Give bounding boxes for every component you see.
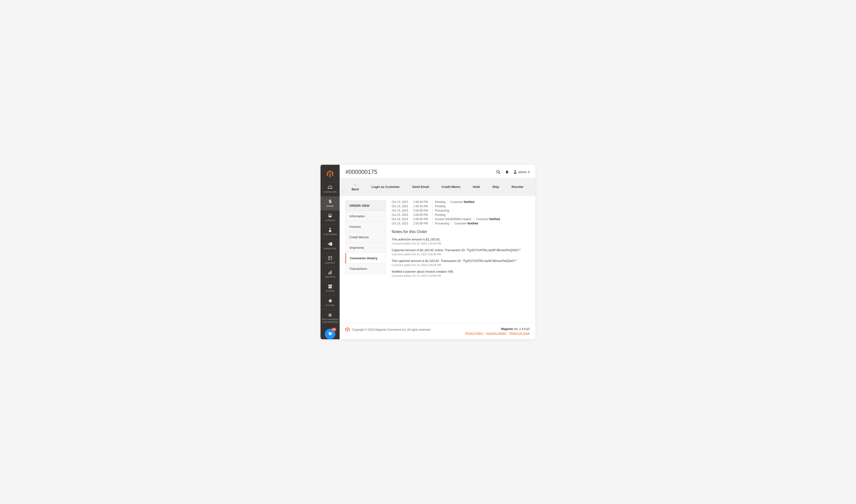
tab-invoices[interactable]: Invoices — [345, 221, 386, 232]
help-badge: 66 — [332, 328, 336, 331]
graduation-cap-icon — [328, 331, 333, 337]
gear-icon — [321, 298, 339, 303]
ship-button[interactable]: Ship — [492, 185, 499, 189]
tab-transactions[interactable]: Transactions — [345, 264, 386, 274]
note-item: Notified customer about invoice creation… — [392, 270, 530, 277]
credit-memo-button[interactable]: Credit Memo — [442, 185, 461, 189]
history-date: Oct 23, 2023 — [392, 217, 411, 221]
history-time: 2:00:05 PM — [413, 209, 430, 212]
note-item: The authorize amount is $2,163.92.Commen… — [392, 237, 530, 245]
sidebar-item-sales[interactable]: SALES — [321, 196, 340, 210]
history-status: Invoice #000000056 created — [435, 217, 471, 221]
note-item: Captured amount of $2,163.92 online. Tra… — [392, 248, 530, 256]
main-content: #000000175 admin ▾ ← Back Login — [340, 165, 535, 339]
app-window: DASHBOARD SALES CATALOG CUSTOMERS MARKET — [321, 165, 535, 339]
back-button[interactable]: ← Back — [352, 183, 359, 192]
sidebar-label: CUSTOMERS — [323, 233, 337, 236]
history-row: Oct 23, 20232:00:05 PMPending — [392, 213, 530, 217]
arrow-left-icon: ← — [352, 183, 359, 187]
login-as-customer-button[interactable]: Login as Customer — [372, 185, 400, 189]
send-email-button[interactable]: Send Email — [412, 185, 429, 189]
content: ORDER VIEW Information Invoices Credit M… — [340, 196, 535, 323]
user-menu[interactable]: admin ▾ — [514, 170, 530, 174]
tab-comments-history[interactable]: Comments History — [345, 253, 386, 264]
sidebar-label: CATALOG — [325, 219, 335, 221]
sidebar-item-marketing[interactable]: MARKETING — [321, 239, 340, 253]
svg-line-7 — [499, 173, 500, 174]
history-notified: Customer Notified — [476, 217, 500, 221]
sidebar-label: REPORTS — [325, 276, 335, 278]
history-row: Oct 23, 20232:00:05 PMProcessing — [392, 209, 530, 212]
note-text: The captured amount is $2,163.92. Transa… — [392, 259, 530, 263]
reorder-button[interactable]: Reorder — [512, 185, 523, 189]
sidebar-item-reports[interactable]: REPORTS — [321, 267, 340, 281]
customers-icon — [321, 227, 339, 232]
note-text: Captured amount of $2,163.92 online. Tra… — [392, 248, 530, 252]
note-text: The authorize amount is $2,163.92. — [392, 237, 530, 241]
history-date: Oct 23, 2023 — [392, 204, 411, 208]
sidebar-item-dashboard[interactable]: DASHBOARD — [321, 182, 340, 196]
history-status: Processing — [435, 209, 449, 212]
footer-links: Privacy Policy | Account Activity | Repo… — [465, 331, 530, 335]
help-button[interactable]: 66 — [325, 329, 335, 339]
hold-button[interactable]: Hold — [473, 185, 480, 189]
sidebar-item-content[interactable]: CONTENT — [321, 253, 340, 267]
sidebar-label: SYSTEM — [325, 304, 334, 307]
magento-logo-icon — [327, 167, 333, 182]
tab-shipments[interactable]: Shipments — [345, 242, 386, 253]
footer-left: Copyright © 2023 Magento Commerce Inc. A… — [345, 327, 431, 332]
tab-credit-memos[interactable]: Credit Memos — [345, 232, 386, 242]
history-date: Oct 23, 2023 — [392, 213, 411, 217]
note-meta: Comment added Oct 23, 2023 2:00:05 PM — [392, 253, 530, 256]
account-activity-link[interactable]: Account Activity — [486, 331, 506, 335]
header: #000000175 admin ▾ — [340, 165, 535, 178]
reports-icon — [321, 270, 339, 275]
partners-icon — [321, 312, 339, 318]
history-row: Oct 23, 20231:50:43 PMPending — [392, 204, 530, 208]
history-date: Oct 23, 2023 — [392, 222, 411, 225]
header-actions: admin ▾ — [496, 170, 530, 174]
sidebar-label: STORES — [326, 290, 335, 292]
sidebar: DASHBOARD SALES CATALOG CUSTOMERS MARKET — [321, 165, 340, 339]
note-text: Notified customer about invoice creation… — [392, 270, 530, 273]
sidebar-item-customers[interactable]: CUSTOMERS — [321, 224, 340, 238]
svg-rect-4 — [329, 271, 330, 274]
svg-point-6 — [497, 170, 499, 173]
sidebar-item-catalog[interactable]: CATALOG — [321, 210, 340, 224]
search-icon[interactable] — [496, 170, 501, 174]
tab-information[interactable]: Information — [345, 211, 386, 221]
sidebar-label: FIND PARTNERS & EXTENSIONS — [321, 318, 339, 323]
history-row: Oct 23, 20232:00:05 PMInvoice #000000056… — [392, 217, 530, 221]
footer: Copyright © 2023 Magento Commerce Inc. A… — [340, 323, 535, 339]
footer-right: Magento ver. 2.4.6-p2 Privacy Policy | A… — [465, 327, 530, 335]
content-icon — [321, 255, 339, 261]
sidebar-item-partners[interactable]: FIND PARTNERS & EXTENSIONS — [321, 310, 340, 326]
report-issue-link[interactable]: Report an Issue — [510, 331, 530, 335]
svg-rect-0 — [328, 256, 332, 260]
bell-icon[interactable] — [505, 170, 509, 174]
sidebar-item-system[interactable]: SYSTEM — [321, 295, 340, 309]
history-row: Oct 23, 20232:00:08 PMProcessingCustomer… — [392, 222, 530, 225]
dashboard-icon — [321, 184, 339, 190]
sidebar-item-stores[interactable]: STORES — [321, 281, 340, 295]
history-notified: Customer Notified — [454, 222, 478, 225]
user-icon — [514, 170, 517, 174]
history-status: Processing — [435, 222, 449, 225]
sidebar-label: DASHBOARD — [323, 191, 337, 193]
privacy-link[interactable]: Privacy Policy — [465, 331, 483, 335]
note-meta: Comment added Oct 23, 2023 2:00:08 PM — [392, 274, 530, 277]
order-view-panel: ORDER VIEW Information Invoices Credit M… — [345, 200, 386, 317]
svg-rect-5 — [331, 270, 332, 274]
magento-logo-icon — [345, 327, 350, 332]
page-title: #000000175 — [345, 168, 377, 175]
note-meta: Comment added Oct 23, 2023 1:50:43 PM — [392, 242, 530, 245]
history-time: 2:00:05 PM — [413, 217, 430, 221]
sidebar-label: CONTENT — [325, 262, 335, 264]
note-meta: Comment added Oct 23, 2023 2:00:05 PM — [392, 264, 530, 267]
user-name: admin — [518, 170, 527, 174]
version-text: Magento ver. 2.4.6-p2 — [465, 327, 530, 331]
history-row: Oct 23, 20231:50:34 PMPendingCustomer No… — [392, 200, 530, 204]
sales-icon — [321, 199, 339, 204]
stores-icon — [321, 284, 339, 289]
history-time: 2:00:08 PM — [413, 222, 430, 225]
